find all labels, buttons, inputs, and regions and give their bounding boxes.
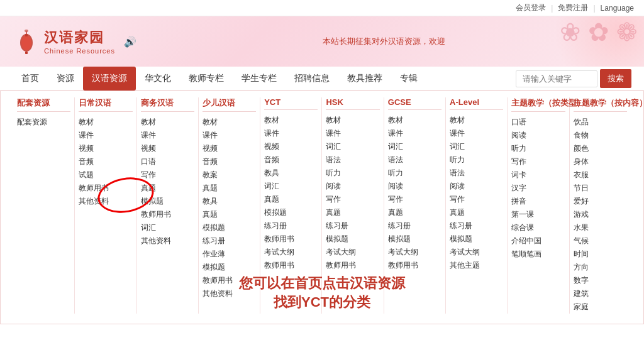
- col-item[interactable]: 教师用书: [79, 182, 132, 195]
- col-item[interactable]: 游戏: [574, 208, 627, 221]
- col-item[interactable]: 其他主题: [450, 259, 503, 272]
- col-item[interactable]: 爱好: [574, 195, 627, 208]
- col-item[interactable]: 语法: [450, 167, 503, 180]
- nav-item-招聘信息[interactable]: 招聘信息: [286, 67, 338, 90]
- col-item[interactable]: 模拟题: [450, 233, 503, 246]
- col-item[interactable]: 颜色: [574, 142, 627, 155]
- col-item[interactable]: 气候: [574, 234, 627, 248]
- col-item[interactable]: 教材: [326, 114, 379, 127]
- col-item[interactable]: 考试大纲: [326, 246, 379, 259]
- col-item[interactable]: 口语: [141, 155, 194, 168]
- col-item[interactable]: 写作: [388, 193, 441, 206]
- col-item[interactable]: 音频: [79, 155, 132, 168]
- col-item[interactable]: 水果: [574, 221, 627, 234]
- col-item[interactable]: 真题: [326, 206, 379, 219]
- col-item[interactable]: 视频: [203, 142, 256, 155]
- col-item[interactable]: 阅读: [326, 180, 379, 193]
- col-item[interactable]: 听力: [326, 167, 379, 180]
- col-item[interactable]: 教具: [203, 195, 256, 208]
- col-item[interactable]: 汉字: [511, 182, 565, 195]
- col-item[interactable]: 介绍中国: [511, 234, 565, 248]
- col-item[interactable]: 真题: [450, 206, 503, 219]
- free-register-link[interactable]: 免费注册: [558, 3, 588, 13]
- col-item[interactable]: 练习册: [264, 219, 318, 233]
- col-item[interactable]: 教师用书: [326, 259, 379, 272]
- col-item[interactable]: 时间: [574, 248, 627, 261]
- col-item[interactable]: 教师用书: [264, 259, 318, 272]
- col-item[interactable]: 模拟题: [203, 261, 256, 274]
- search-button[interactable]: 搜索: [600, 69, 631, 88]
- col-item[interactable]: 音频: [264, 153, 318, 167]
- col-item[interactable]: 课件: [388, 127, 441, 140]
- col-item[interactable]: 真题: [388, 206, 441, 219]
- col-item[interactable]: 词卡: [511, 168, 565, 182]
- col-item[interactable]: 试题: [79, 168, 132, 182]
- col-item[interactable]: 阅读: [450, 180, 503, 193]
- col-item[interactable]: 考试大纲: [388, 246, 441, 259]
- col-item[interactable]: 教师用书: [141, 208, 194, 221]
- nav-item-汉语资源[interactable]: 汉语资源: [83, 67, 136, 90]
- col-item[interactable]: 课件: [141, 129, 194, 142]
- col-item[interactable]: 阅读: [511, 129, 565, 142]
- col-item[interactable]: 音频: [203, 155, 256, 168]
- col-item[interactable]: 考试大纲: [450, 246, 503, 259]
- col-item[interactable]: 其他资料: [79, 195, 132, 208]
- col-item[interactable]: 衣服: [574, 168, 627, 182]
- col-item[interactable]: 模拟题: [264, 206, 318, 219]
- search-input[interactable]: [516, 70, 597, 87]
- col-item[interactable]: 教材: [388, 114, 441, 127]
- col-item[interactable]: 配套资源: [17, 116, 70, 129]
- nav-item-教具推荐[interactable]: 教具推荐: [338, 67, 391, 90]
- col-item[interactable]: 模拟题: [203, 221, 256, 234]
- col-item[interactable]: 阅读: [388, 180, 441, 193]
- col-item[interactable]: 词汇: [326, 140, 379, 153]
- nav-item-资源[interactable]: 资源: [48, 67, 83, 90]
- col-item[interactable]: 教材: [141, 116, 194, 129]
- col-item[interactable]: 课件: [264, 127, 318, 140]
- col-item[interactable]: 视频: [264, 140, 318, 153]
- col-item[interactable]: 课件: [79, 129, 132, 142]
- col-item[interactable]: 其他资料: [141, 234, 194, 248]
- col-item[interactable]: 写作: [141, 168, 194, 182]
- col-item[interactable]: 笔顺笔画: [511, 248, 565, 261]
- col-item[interactable]: 教材: [450, 114, 503, 127]
- col-item[interactable]: 考试大纲: [264, 246, 318, 259]
- col-item[interactable]: 方向: [574, 261, 627, 274]
- col-item[interactable]: 建筑: [574, 287, 627, 300]
- col-item[interactable]: 真题: [203, 182, 256, 195]
- col-item[interactable]: 写作: [511, 155, 565, 168]
- nav-item-华文化[interactable]: 华文化: [136, 67, 180, 90]
- col-item[interactable]: 拼音: [511, 195, 565, 208]
- col-item[interactable]: 课件: [450, 127, 503, 140]
- col-item[interactable]: 课件: [326, 127, 379, 140]
- col-item[interactable]: 教材: [79, 116, 132, 129]
- col-item[interactable]: 写作: [326, 193, 379, 206]
- col-item[interactable]: 语法: [388, 153, 441, 167]
- nav-item-专辑[interactable]: 专辑: [391, 67, 426, 90]
- member-login-link[interactable]: 会员登录: [516, 3, 546, 13]
- col-item[interactable]: 数字: [574, 274, 627, 287]
- sound-icon[interactable]: 🔊: [124, 36, 136, 48]
- col-item[interactable]: 视频: [141, 142, 194, 155]
- col-item[interactable]: 教案: [203, 168, 256, 182]
- col-item[interactable]: 词汇: [450, 140, 503, 153]
- col-item[interactable]: 模拟题: [388, 233, 441, 246]
- col-item[interactable]: 教师用书: [388, 259, 441, 272]
- col-item[interactable]: 视频: [79, 142, 132, 155]
- col-item[interactable]: 练习册: [388, 219, 441, 233]
- nav-item-首页[interactable]: 首页: [13, 67, 48, 90]
- nav-item-学生专栏[interactable]: 学生专栏: [233, 67, 286, 90]
- col-item[interactable]: 饮品: [574, 116, 627, 129]
- col-item[interactable]: 第一课: [511, 208, 565, 221]
- col-item[interactable]: 语法: [326, 153, 379, 167]
- col-item[interactable]: 真题: [141, 182, 194, 195]
- language-link[interactable]: Language: [601, 4, 634, 13]
- col-item[interactable]: 教材: [203, 116, 256, 129]
- col-item[interactable]: 写作: [450, 193, 503, 206]
- col-item[interactable]: 练习册: [203, 234, 256, 248]
- nav-item-教师专栏[interactable]: 教师专栏: [180, 67, 233, 90]
- col-item[interactable]: 词汇: [264, 180, 318, 193]
- col-item[interactable]: 模拟题: [326, 233, 379, 246]
- col-item[interactable]: 综合课: [511, 221, 565, 234]
- col-item[interactable]: 真题: [264, 193, 318, 206]
